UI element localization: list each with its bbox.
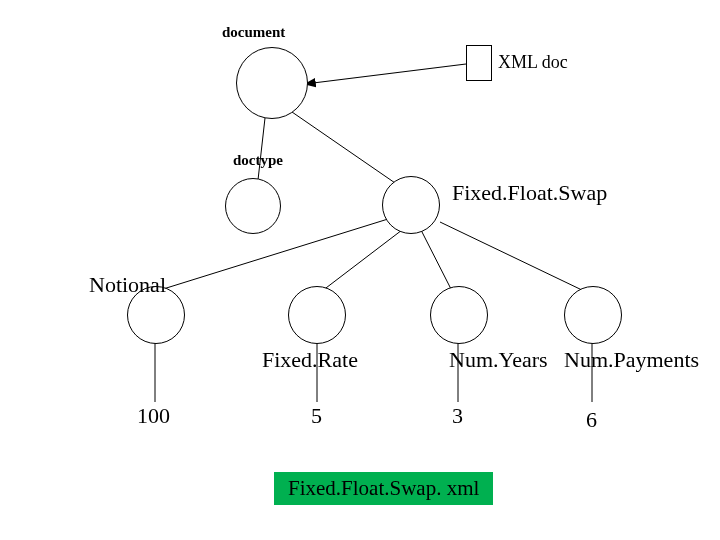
- diagram-edges: [0, 0, 720, 540]
- node-doctype: [225, 178, 281, 234]
- diagram-caption: Fixed.Float.Swap. xml: [274, 472, 493, 505]
- node-document-label: document: [222, 24, 285, 41]
- node-document: [236, 47, 308, 119]
- node-numpayments: [564, 286, 622, 344]
- svg-line-0: [305, 64, 466, 84]
- svg-line-4: [322, 230, 402, 291]
- node-notional-label: Notional: [89, 272, 166, 298]
- svg-line-6: [440, 222, 584, 291]
- xml-doc-box: [466, 45, 492, 81]
- svg-line-1: [258, 118, 265, 180]
- node-fixedrate-label: Fixed.Rate: [262, 347, 358, 373]
- node-fixedrate: [288, 286, 346, 344]
- node-root-label: Fixed.Float.Swap: [452, 180, 607, 206]
- svg-line-3: [160, 219, 388, 290]
- node-doctype-label: doctype: [233, 152, 283, 169]
- svg-line-5: [421, 230, 452, 291]
- value-numyears: 3: [452, 403, 463, 429]
- xml-doc-label: XML doc: [498, 52, 568, 73]
- node-numyears-label: Num.Years: [449, 347, 548, 373]
- svg-line-2: [292, 112, 398, 185]
- node-root: [382, 176, 440, 234]
- node-numpayments-label: Num.Payments: [564, 347, 699, 373]
- value-numpayments: 6: [586, 407, 597, 433]
- value-fixedrate: 5: [311, 403, 322, 429]
- node-numyears: [430, 286, 488, 344]
- value-notional: 100: [137, 403, 170, 429]
